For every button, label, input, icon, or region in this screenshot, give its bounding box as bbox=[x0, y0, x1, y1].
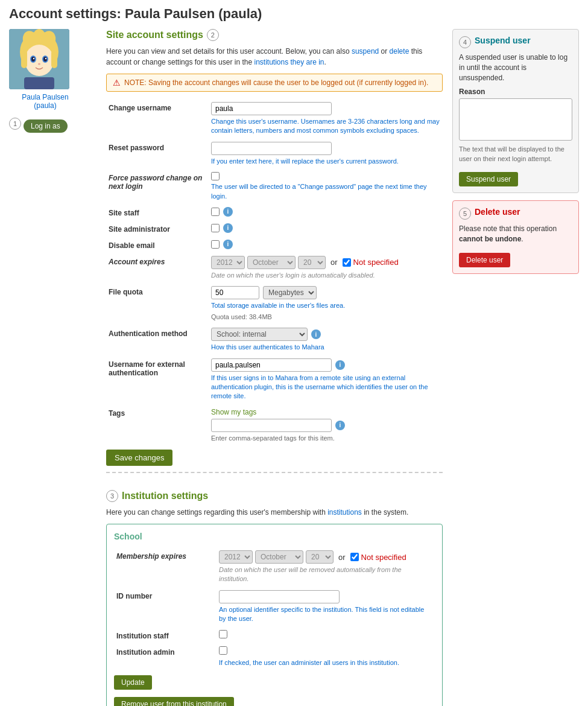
id-number-label: ID number bbox=[114, 587, 217, 627]
warning-icon: ⚠ bbox=[113, 78, 121, 87]
account-form: Change username Change this user's usern… bbox=[106, 99, 443, 446]
auth-method-desc: How this user authenticates to Mahara bbox=[211, 343, 440, 352]
not-specified-label: Not specified bbox=[353, 258, 399, 267]
page-title: Account settings: Paula Paulsen (paula) bbox=[9, 6, 579, 22]
warning-box: ⚠ NOTE: Saving the account changes will … bbox=[106, 74, 443, 92]
site-staff-checkbox[interactable] bbox=[211, 208, 220, 216]
site-staff-label: Site staff bbox=[106, 204, 209, 220]
force-password-label: Force password change on next login bbox=[106, 169, 209, 204]
show-tags-link[interactable]: Show my tags bbox=[211, 408, 256, 416]
quota-desc2: Quota used: 38.4MB bbox=[211, 313, 440, 322]
not-specified-checkbox[interactable] bbox=[343, 258, 351, 267]
site-account-heading: Site account settings bbox=[106, 30, 203, 40]
delete-panel: 5 Delete user Please note that this oper… bbox=[452, 200, 579, 274]
tags-info-icon[interactable]: i bbox=[335, 421, 345, 430]
school-title: School bbox=[114, 532, 435, 541]
step-1-badge: 1 bbox=[9, 118, 21, 130]
inst-admin-desc: If checked, the user can administer all … bbox=[219, 658, 432, 667]
expires-day-select[interactable]: 20 bbox=[298, 256, 326, 269]
disable-email-checkbox[interactable] bbox=[211, 240, 220, 249]
mem-expires-month-select[interactable]: October bbox=[255, 550, 303, 564]
mem-expires-desc: Date on which the user will be removed a… bbox=[219, 565, 432, 584]
institution-heading: Institution settings bbox=[122, 491, 208, 501]
account-expires-label: Account expires bbox=[106, 253, 209, 283]
mem-expires-year-select[interactable]: 2012 bbox=[219, 550, 253, 564]
svg-rect-14 bbox=[21, 50, 27, 68]
inst-admin-checkbox[interactable] bbox=[219, 646, 227, 655]
mem-not-specified-label: Not specified bbox=[361, 553, 406, 562]
auth-method-label: Authentication method bbox=[106, 325, 209, 355]
svg-point-9 bbox=[43, 57, 47, 62]
disable-email-label: Disable email bbox=[106, 237, 209, 253]
institutions-link[interactable]: institutions they are in bbox=[254, 58, 324, 66]
tags-label: Tags bbox=[106, 404, 209, 446]
id-number-desc: An optional identifier specific to the i… bbox=[219, 605, 432, 624]
file-quota-label: File quota bbox=[106, 283, 209, 325]
username-input[interactable] bbox=[211, 102, 332, 115]
suspend-hint: The text that will be displayed to the u… bbox=[459, 145, 572, 164]
reason-label: Reason bbox=[459, 87, 572, 96]
svg-point-12 bbox=[38, 63, 40, 65]
user-display-name: Paula Paulsen (paula) bbox=[9, 93, 81, 110]
expires-month-select[interactable]: October bbox=[247, 256, 296, 269]
mem-or-text: or bbox=[338, 553, 346, 562]
tags-input[interactable] bbox=[211, 419, 332, 432]
auth-method-select[interactable]: School: internal bbox=[211, 328, 308, 341]
delete-link[interactable]: delete bbox=[390, 47, 409, 56]
username-desc: Change this user's username. Usernames a… bbox=[211, 117, 440, 136]
membership-expires-label: Membership expires bbox=[114, 547, 217, 587]
delete-heading: Delete user bbox=[475, 207, 520, 217]
suspend-button[interactable]: Suspend user bbox=[459, 172, 518, 186]
svg-point-5 bbox=[25, 45, 54, 76]
id-number-input[interactable] bbox=[219, 590, 340, 603]
suspend-description: A suspended user is unable to log in unt… bbox=[459, 52, 572, 83]
force-password-checkbox[interactable] bbox=[211, 172, 220, 180]
mem-expires-day-select[interactable]: 20 bbox=[306, 550, 334, 564]
site-admin-label: Site administrator bbox=[106, 220, 209, 237]
mem-not-specified-checkbox[interactable] bbox=[350, 553, 359, 561]
quota-input[interactable] bbox=[211, 286, 259, 299]
quota-desc1: Total storage available in the user's fi… bbox=[211, 301, 440, 310]
site-admin-checkbox[interactable] bbox=[211, 224, 220, 232]
force-password-desc: The user will be directed to a "Change p… bbox=[211, 182, 440, 201]
username-ext-input[interactable] bbox=[211, 358, 332, 372]
suspend-reason-textarea[interactable] bbox=[459, 98, 572, 141]
svg-rect-15 bbox=[51, 50, 57, 68]
delete-button[interactable]: Delete user bbox=[459, 253, 510, 267]
update-button[interactable]: Update bbox=[114, 675, 152, 690]
step-5-badge: 5 bbox=[459, 208, 471, 220]
auth-method-info-icon[interactable]: i bbox=[311, 329, 321, 339]
username-ext-desc: If this user signs in to Mahara from a r… bbox=[211, 374, 440, 401]
inst-staff-label: Institution staff bbox=[114, 627, 217, 643]
suspend-heading: Suspend user bbox=[475, 36, 531, 45]
inst-admin-label: Institution admin bbox=[114, 643, 217, 670]
inst-staff-checkbox[interactable] bbox=[219, 630, 227, 638]
reset-password-label: Reset password bbox=[106, 139, 209, 169]
login-as-button[interactable]: Log in as bbox=[24, 119, 68, 133]
suspend-link[interactable]: suspend bbox=[352, 47, 379, 56]
site-staff-info-icon[interactable]: i bbox=[223, 207, 233, 217]
delete-description: Please note that this operation cannot b… bbox=[459, 224, 572, 244]
expires-year-select[interactable]: 2012 bbox=[211, 256, 245, 269]
remove-user-button[interactable]: Remove user from this institution bbox=[114, 697, 234, 706]
quota-unit-select[interactable]: Megabytes Kilobytes Gigabytes bbox=[263, 286, 317, 299]
account-expires-desc: Date on which the user's login is automa… bbox=[211, 271, 440, 280]
reset-password-desc: If you enter text here, it will replace … bbox=[211, 157, 440, 166]
svg-point-8 bbox=[31, 57, 35, 62]
username-ext-label: Username for external authentication bbox=[106, 355, 209, 404]
institution-desc: Here you can change settings regarding t… bbox=[106, 507, 443, 518]
reset-password-input[interactable] bbox=[211, 142, 332, 155]
change-username-label: Change username bbox=[106, 99, 209, 139]
svg-point-11 bbox=[45, 58, 46, 59]
save-changes-button[interactable]: Save changes bbox=[106, 450, 172, 466]
svg-point-10 bbox=[33, 58, 34, 59]
svg-rect-13 bbox=[24, 77, 54, 89]
step-2-badge: 2 bbox=[207, 29, 219, 41]
site-account-desc: Here you can view and set details for th… bbox=[106, 46, 443, 68]
step-4-badge: 4 bbox=[459, 36, 471, 48]
institutions-link2[interactable]: institutions bbox=[327, 508, 362, 517]
site-admin-info-icon[interactable]: i bbox=[223, 223, 233, 233]
tags-desc: Enter comma-separated tags for this item… bbox=[211, 434, 440, 443]
username-ext-info-icon[interactable]: i bbox=[335, 360, 345, 370]
disable-email-info-icon[interactable]: i bbox=[223, 240, 233, 249]
